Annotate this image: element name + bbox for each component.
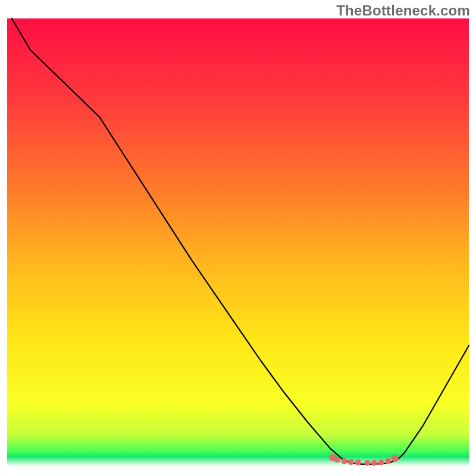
- optimal-marker-dot: [364, 460, 370, 466]
- optimal-marker-dot: [371, 460, 377, 466]
- optimal-marker-dot: [392, 455, 399, 462]
- optimal-marker-dot: [355, 459, 361, 465]
- watermark-text: TheBottleneck.com: [336, 2, 470, 19]
- gradient-background: [7, 18, 469, 466]
- chart-container: TheBottleneck.com: [0, 0, 476, 476]
- optimal-marker-dot: [385, 458, 391, 464]
- bottleneck-chart: [0, 0, 476, 476]
- optimal-marker-dot: [334, 457, 340, 463]
- optimal-marker-dot: [378, 459, 384, 465]
- optimal-marker-dot: [342, 458, 347, 464]
- optimal-marker-dot: [348, 459, 354, 465]
